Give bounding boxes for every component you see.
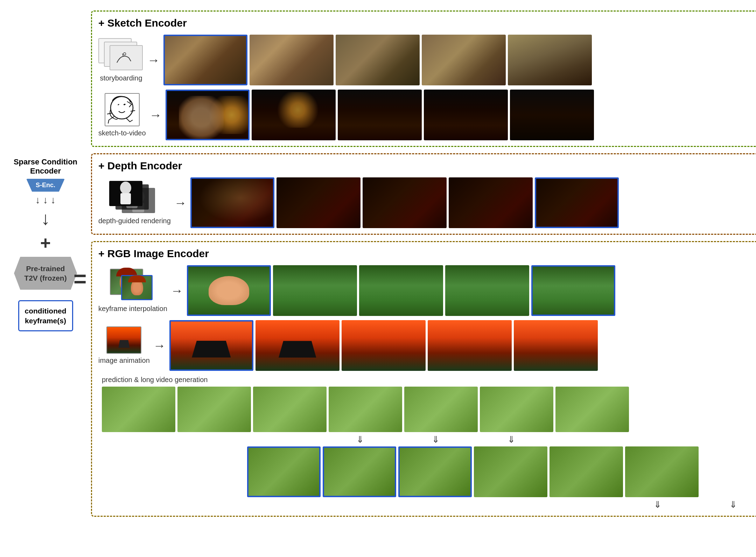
long-video-caption-top: prediction & long video generation [98, 376, 756, 384]
dog-frame-bot-1 [247, 446, 321, 497]
anime-frame-3 [359, 265, 443, 316]
firework-frames [166, 90, 594, 140]
dog-top-row [98, 387, 756, 432]
firework-frame-1 [166, 90, 250, 140]
storyboarding-row: storyboarding → [98, 35, 756, 85]
down-arrows-row-1: ⇓ ⇓ ⇓ [98, 434, 756, 445]
depth-video-frame-4 [449, 177, 533, 228]
boat-frame-2 [255, 320, 340, 371]
rgb-section: + RGB Image Encoder [91, 241, 756, 517]
boat-frame-4 [428, 320, 512, 371]
down-arrows-row-2: ⇓ ⇓ ⇓ ... [98, 499, 756, 510]
arrow-to-anime-frames: → [171, 283, 183, 298]
boat-frames [169, 320, 598, 371]
depth-caption: depth-guided rendering [98, 217, 171, 225]
big-arrow-down: ↓ [41, 208, 50, 229]
dog-frame-bot-2 [323, 446, 396, 497]
horse-frame-2 [250, 35, 334, 85]
image-animation-row: image animation → [98, 320, 756, 371]
dog-frame-top-7 [555, 387, 629, 432]
kf-card-2 [121, 275, 153, 300]
keyframe-interp-caption: keyframe interpolation [98, 305, 167, 313]
horse-frame-3 [336, 35, 420, 85]
down-arrow-5: ⇓ [695, 499, 756, 510]
depth-section: + Depth Encoder [91, 153, 756, 235]
depth-silhouette-1 [109, 181, 142, 206]
sparse-encoder-box: Sparse ConditionEncoder S-Enc. ↓ ↓ ↓ ↓ [14, 157, 77, 229]
keyframe-input: keyframe interpolation [98, 269, 167, 313]
storyboarding-caption: storyboarding [100, 74, 142, 82]
boat-frame-1 [169, 320, 253, 371]
depth-row: depth-guided rendering → [98, 177, 756, 228]
depth-card-1 [109, 181, 142, 206]
dog-frame-top-1 [102, 387, 175, 432]
horse-frame-4 [422, 35, 506, 85]
depth-input: depth-guided rendering [98, 181, 171, 225]
s-enc-box: S-Enc. [26, 179, 65, 192]
equals-sign: = [74, 266, 86, 292]
depth-video-frame-2 [276, 177, 360, 228]
pretrained-box: Pre-trainedT2V (frozen) [14, 257, 77, 290]
horse-frame-1 [163, 35, 247, 85]
depth-video-frames [190, 177, 619, 228]
arrow-to-frames-1: → [147, 53, 160, 68]
arrows-down: ↓ ↓ ↓ [35, 195, 56, 206]
boat-frame-3 [342, 320, 426, 371]
face-sketch-svg [105, 94, 139, 125]
keyframe-interp-row: keyframe interpolation → [98, 265, 756, 316]
anime-frame-5 [531, 265, 615, 316]
dog-frame-bot-6 [625, 446, 699, 497]
dog-frame-top-3 [253, 387, 327, 432]
sketch-to-video-caption: sketch-to-video [98, 129, 146, 137]
horse-frame-5 [508, 35, 592, 85]
firework-frame-2 [252, 90, 336, 140]
down-arrow-2: ⇓ [398, 434, 474, 445]
dog-frame-bot-5 [550, 446, 623, 497]
rgb-section-title: + RGB Image Encoder [98, 248, 756, 260]
image-anim-caption: image animation [98, 357, 150, 365]
image-anim-input: image animation [98, 326, 150, 365]
anime-frame-2 [273, 265, 357, 316]
firework-frame-5 [510, 90, 594, 140]
down-arrow-3: ⇓ [474, 434, 549, 445]
anime-frame-4 [445, 265, 529, 316]
sketch-to-video-row: sketch-to-video → [98, 90, 756, 140]
anime-frame-1 [187, 265, 271, 316]
conditioned-box: conditionedkeyframe(s) [18, 300, 73, 331]
sketch-section-title: + Sketch Encoder [98, 17, 756, 29]
dog-frame-top-5 [404, 387, 478, 432]
depth-video-frame-3 [363, 177, 447, 228]
dog-bottom-row [98, 446, 756, 497]
dog-frame-bot-3 [398, 446, 472, 497]
dog-frame-top-2 [177, 387, 251, 432]
depth-video-frame-5 [535, 177, 619, 228]
arrow2: ↓ [43, 195, 48, 206]
arrow-to-frames-2: → [149, 108, 162, 122]
dog-frame-top-6 [480, 387, 553, 432]
left-panel: Sparse ConditionEncoder S-Enc. ↓ ↓ ↓ ↓ +… [7, 10, 84, 547]
long-video-section: prediction & long video generation ⇓ ⇓ ⇓ [98, 375, 756, 510]
firework-frame-4 [424, 90, 508, 140]
down-arrow-4: ⇓ [620, 499, 695, 510]
arrow1: ↓ [35, 195, 40, 206]
boat-input-image [106, 326, 141, 354]
horse-sketch-3 [114, 49, 139, 67]
firework-frame-3 [338, 90, 422, 140]
depth-video-frame-1 [190, 177, 274, 228]
svg-point-9 [120, 182, 131, 194]
arrow3: ↓ [51, 195, 56, 206]
arrow-to-depth-frames: → [174, 196, 187, 210]
sparse-encoder-label: Sparse ConditionEncoder [14, 157, 77, 176]
dog-frame-bot-4 [474, 446, 547, 497]
plus-sign: + [40, 232, 51, 253]
horse-frames [163, 35, 592, 85]
down-arrow-1: ⇓ [322, 434, 398, 445]
dog-frame-top-4 [329, 387, 402, 432]
sketch-section: + Sketch Encoder [91, 10, 756, 147]
svg-rect-10 [120, 193, 131, 204]
storyboarding-input: storyboarding [98, 38, 144, 82]
right-panel: + Sketch Encoder [91, 10, 756, 547]
arrow-to-boat-frames: → [153, 338, 166, 353]
anime-frames [187, 265, 615, 316]
sketch-card-3 [110, 45, 143, 70]
